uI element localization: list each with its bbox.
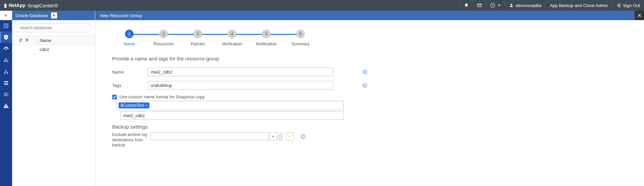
nav-resources[interactable] bbox=[0, 32, 12, 43]
custom-format-input[interactable] bbox=[120, 111, 344, 120]
list-item[interactable]: cdb2 bbox=[12, 45, 95, 54]
chevron-right-icon bbox=[3, 12, 9, 18]
name-info[interactable] bbox=[362, 69, 367, 75]
tags-info[interactable] bbox=[362, 83, 367, 88]
search-input[interactable] bbox=[15, 24, 92, 32]
info-icon bbox=[362, 69, 367, 75]
nav-reports[interactable] bbox=[0, 54, 12, 66]
list-item-name: cdb2 bbox=[36, 47, 95, 52]
svg-rect-5 bbox=[364, 72, 365, 73]
sliders-icon bbox=[3, 91, 9, 97]
resource-list: Name cdb2 bbox=[12, 36, 95, 54]
mail-icon bbox=[477, 3, 482, 8]
column-name[interactable]: Name bbox=[36, 38, 95, 43]
nav-storage[interactable] bbox=[0, 77, 12, 89]
tags-label: Tags bbox=[112, 83, 148, 88]
sign-out-button[interactable]: Sign Out bbox=[612, 0, 644, 11]
svg-rect-9 bbox=[364, 84, 365, 84]
exclude-info[interactable] bbox=[300, 134, 306, 139]
resource-list-header: Name bbox=[12, 36, 95, 45]
sort-icon bbox=[18, 38, 23, 43]
bell-icon bbox=[464, 3, 469, 8]
tags-input[interactable] bbox=[148, 81, 333, 90]
sidebar-search bbox=[12, 20, 95, 36]
user-icon bbox=[509, 3, 514, 8]
step-notification[interactable]: 5 Notification bbox=[249, 30, 283, 46]
custom-format-checkbox[interactable] bbox=[112, 95, 117, 99]
form-heading: Provide a name and tags for the resource… bbox=[112, 56, 367, 61]
brand-company: NetApp bbox=[9, 3, 26, 8]
topbar: ▮ NetApp SnapCenter® ? ▼ demo\oradba App… bbox=[0, 0, 644, 11]
chip-remove-icon[interactable]: × bbox=[145, 103, 147, 107]
token-chip[interactable]: $CustomText × bbox=[119, 102, 149, 108]
custom-format-label: Use custom name format for Snapshot copy bbox=[120, 94, 205, 99]
grid-icon bbox=[3, 23, 9, 29]
info-icon bbox=[362, 83, 367, 88]
step-verification[interactable]: 4 Verification bbox=[215, 30, 249, 46]
step-policies[interactable]: 3 Policies bbox=[181, 30, 215, 46]
caret-down-icon: ▼ bbox=[498, 4, 501, 7]
step-resources[interactable]: 2 Resources bbox=[146, 30, 181, 46]
exclude-browse-down[interactable]: ▾ bbox=[277, 136, 283, 140]
exclude-label: Exclude archive log destinations from ba… bbox=[112, 132, 148, 148]
exclude-browse-up[interactable]: ▴ bbox=[277, 132, 283, 136]
backup-settings-title: Backup settings bbox=[112, 124, 367, 130]
sidebar-context-label: Oracle Database bbox=[15, 13, 48, 18]
step-summary[interactable]: 6 Summary bbox=[283, 30, 318, 46]
resource-sidebar: Oracle Database ▼ Name cdb2 bbox=[12, 11, 95, 186]
svg-point-3 bbox=[5, 84, 5, 85]
storage-icon bbox=[3, 80, 9, 86]
gauge-icon bbox=[3, 46, 9, 52]
nav-hosts[interactable] bbox=[0, 66, 12, 77]
svg-text:?: ? bbox=[492, 4, 493, 7]
flag-icon bbox=[25, 38, 30, 43]
nav-dashboard[interactable] bbox=[0, 20, 12, 32]
close-button[interactable]: ✕ bbox=[635, 11, 644, 20]
sitemap-icon bbox=[3, 68, 9, 75]
info-icon bbox=[301, 134, 306, 139]
name-step-form: Provide a name and tags for the resource… bbox=[112, 56, 367, 148]
messages-button[interactable] bbox=[473, 0, 486, 11]
svg-rect-8 bbox=[364, 85, 365, 86]
step-name[interactable]: 1 Name bbox=[112, 30, 146, 46]
nav-rail bbox=[0, 11, 12, 186]
help-icon: ? bbox=[490, 3, 495, 8]
signout-icon bbox=[616, 3, 621, 8]
wizard-stepper: 1 Name 2 Resources 3 Policies 4 Verifica… bbox=[112, 30, 627, 46]
alert-icon bbox=[3, 103, 9, 109]
exclude-add-button[interactable]: + bbox=[286, 132, 293, 140]
rail-collapse-toggle[interactable] bbox=[0, 11, 12, 20]
custom-format-tokens[interactable]: $CustomText × bbox=[116, 101, 344, 110]
context-dropdown[interactable]: ▼ bbox=[51, 12, 57, 18]
exclude-path-input[interactable] bbox=[150, 132, 269, 140]
name-input[interactable] bbox=[148, 67, 333, 76]
main-panel: New Resource Group ✕ 1 Name 2 Resources … bbox=[95, 11, 644, 186]
role-label[interactable]: App Backup and Clone Admin bbox=[546, 0, 612, 11]
nav-settings[interactable] bbox=[0, 89, 12, 100]
wizard-title: New Resource Group bbox=[100, 13, 142, 18]
name-label: Name bbox=[112, 69, 148, 75]
exclude-remove-button[interactable]: × bbox=[269, 132, 277, 140]
user-menu[interactable]: demo\oradba bbox=[505, 0, 546, 11]
brand-product: SnapCenter® bbox=[28, 3, 58, 8]
netapp-logo-icon: ▮ bbox=[4, 2, 7, 8]
svg-point-2 bbox=[5, 82, 5, 82]
user-name: demo\oradba bbox=[516, 3, 542, 8]
svg-rect-6 bbox=[364, 71, 365, 71]
notifications-button[interactable] bbox=[460, 0, 473, 11]
brand: ▮ NetApp SnapCenter® bbox=[4, 2, 58, 8]
wizard-header: New Resource Group ✕ bbox=[95, 11, 644, 20]
sidebar-context: Oracle Database ▼ bbox=[12, 11, 95, 20]
svg-rect-12 bbox=[303, 135, 303, 135]
chart-icon bbox=[3, 57, 9, 63]
sort-filter-cell[interactable] bbox=[12, 36, 36, 45]
shield-check-icon bbox=[3, 34, 9, 40]
nav-alerts[interactable] bbox=[0, 100, 12, 111]
help-button[interactable]: ? ▼ bbox=[486, 0, 505, 11]
svg-rect-11 bbox=[303, 136, 303, 137]
nav-monitor[interactable] bbox=[0, 43, 12, 54]
